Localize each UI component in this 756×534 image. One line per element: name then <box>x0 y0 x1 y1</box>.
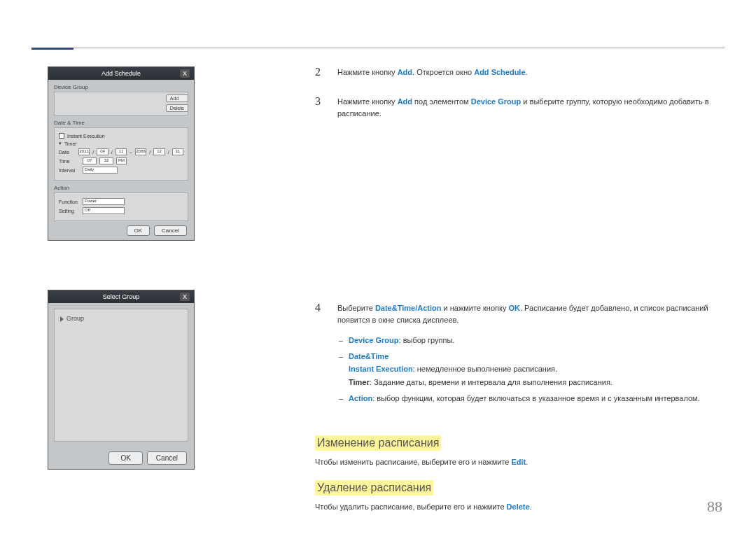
cancel-button[interactable]: Cancel <box>154 225 187 236</box>
delete-button[interactable]: Delete <box>166 104 188 112</box>
text-column: 2 Нажмите кнопку Add. Откроется окно Add… <box>315 66 724 514</box>
group-node[interactable]: Group <box>66 315 84 322</box>
step-2: 2 Нажмите кнопку Add. Откроется окно Add… <box>315 66 724 79</box>
dialog-title: Select Group <box>103 293 140 300</box>
keyword-datetime-action: Date&Time/Action <box>375 304 442 312</box>
text: : немедленное выполнение расписания. <box>413 365 557 373</box>
step-body: Выберите Date&Time/Action и нажмите кноп… <box>337 302 724 408</box>
date-year2[interactable]: 2086 <box>135 148 146 155</box>
sub-item: Action: выбор функции, которая будет вкл… <box>337 392 724 405</box>
text: Нажмите кнопку <box>337 68 398 76</box>
dialog-title-bar: Select Group X <box>48 290 194 303</box>
step-3: 3 Нажмите кнопку Add под элементом Devic… <box>315 96 724 120</box>
function-row: Function Power <box>59 198 183 205</box>
text: и нажмите кнопку <box>441 304 508 312</box>
interval-select[interactable]: Daily <box>83 167 118 174</box>
figure-column: Add Schedule X Device Group Add Delete D… <box>48 66 195 519</box>
close-icon[interactable]: X <box>180 293 190 301</box>
document-page: Add Schedule X Device Group Add Delete D… <box>0 0 756 534</box>
date-day1[interactable]: 11 <box>115 148 127 155</box>
date-day2[interactable]: 31 <box>172 148 183 155</box>
sub-item: Date&Time Instant Execution: немедленное… <box>337 350 724 389</box>
text: . Откроется окно <box>412 68 474 76</box>
text: : выбор группы. <box>399 336 455 344</box>
keyword-add: Add <box>398 68 412 76</box>
text: : Задание даты, времени и интервала для … <box>370 378 612 386</box>
time-h[interactable]: 07 <box>83 157 97 164</box>
instant-exec-row: Instant Execution <box>59 133 183 139</box>
sub-item: Device Group: выбор группы. <box>337 334 724 347</box>
text: Чтобы удалить расписание, выберите его и… <box>315 503 507 511</box>
close-icon[interactable]: X <box>180 69 190 78</box>
interval-label: Interval <box>59 168 80 173</box>
device-group-box: Add Delete <box>54 92 188 115</box>
keyword-device-group: Device Group <box>349 336 399 344</box>
date-row: Date 2011/ 04/ 11 – 2086/ 12/ 31 <box>59 148 183 155</box>
function-select[interactable]: Power <box>83 198 125 205</box>
add-button[interactable]: Add <box>166 94 188 102</box>
heading-edit-schedule: Изменение расписания <box>315 435 441 451</box>
date-year1[interactable]: 2011 <box>78 148 90 155</box>
header-accent <box>31 48 74 50</box>
text: под элементом <box>412 97 471 106</box>
timer-label: Timer <box>64 141 77 146</box>
ok-button[interactable]: OK <box>127 225 150 236</box>
time-row: Time 07 32 PM <box>59 157 183 164</box>
text: Чтобы изменить расписание, выберите его … <box>315 458 511 466</box>
keyword-delete: Delete <box>507 503 530 511</box>
date-label: Date <box>59 150 76 155</box>
heading-delete-schedule: Удаление расписания <box>315 480 433 496</box>
time-ampm[interactable]: PM <box>116 157 127 164</box>
header-rule <box>31 48 724 48</box>
tree-expand-icon[interactable] <box>60 316 64 322</box>
cancel-button[interactable]: Cancel <box>147 451 187 465</box>
keyword-timer: Timer <box>349 378 370 386</box>
paragraph: Чтобы удалить расписание, выберите его и… <box>315 501 724 514</box>
dialog-title: Add Schedule <box>102 70 141 77</box>
step-number: 2 <box>315 66 325 79</box>
function-label: Function <box>59 199 80 204</box>
text: . <box>530 503 532 511</box>
page-number: 88 <box>707 498 722 516</box>
date-mon1[interactable]: 04 <box>97 148 108 155</box>
setting-label: Setting <box>59 209 80 213</box>
step-number: 4 <box>315 302 325 408</box>
section-label: Date & Time <box>54 120 188 126</box>
section-label: Action <box>54 185 188 191</box>
add-schedule-dialog: Add Schedule X Device Group Add Delete D… <box>48 66 195 241</box>
text: . <box>526 458 528 466</box>
time-m[interactable]: 32 <box>99 157 113 164</box>
section: Удаление расписания Чтобы удалить распис… <box>315 469 724 514</box>
action-panel: Function Power Setting Off <box>54 192 188 221</box>
keyword-datetime: Date&Time <box>349 352 388 360</box>
bullet-icon: ▾ <box>59 141 62 146</box>
timer-row: ▾ Timer <box>59 141 183 146</box>
dialog-footer: OK Cancel <box>48 221 194 240</box>
sub-list: Device Group: выбор группы. Date&Time In… <box>337 334 724 405</box>
section: Изменение расписания Чтобы изменить расп… <box>315 424 724 469</box>
step-number: 3 <box>315 96 325 120</box>
text: Нажмите кнопку <box>337 97 398 106</box>
paragraph: Чтобы изменить расписание, выберите его … <box>315 456 724 469</box>
setting-row: Setting Off <box>59 207 183 214</box>
dialog-title-bar: Add Schedule X <box>48 67 194 80</box>
date-mon2[interactable]: 12 <box>153 148 164 155</box>
keyword-add: Add <box>398 97 412 106</box>
text: Выберите <box>337 304 375 312</box>
step-body: Нажмите кнопку Add. Откроется окно Add S… <box>337 66 528 79</box>
text: : выбор функции, которая будет включатьс… <box>372 394 699 402</box>
keyword-device-group: Device Group <box>471 97 522 106</box>
time-label: Time <box>59 159 80 164</box>
keyword-edit: Edit <box>511 458 526 466</box>
keyword-ok: OK <box>509 304 521 312</box>
select-group-dialog: Select Group X Group OK Cancel <box>48 290 195 470</box>
setting-select[interactable]: Off <box>83 207 125 214</box>
section-label: Device Group <box>54 84 188 90</box>
ok-button[interactable]: OK <box>108 451 142 465</box>
dialog-footer: OK Cancel <box>48 447 194 469</box>
range-dash: – <box>130 150 132 155</box>
step-body: Нажмите кнопку Add под элементом Device … <box>337 96 724 120</box>
checkbox[interactable] <box>59 133 64 139</box>
text: . <box>526 68 528 76</box>
step-4: 4 Выберите Date&Time/Action и нажмите кн… <box>315 302 724 408</box>
